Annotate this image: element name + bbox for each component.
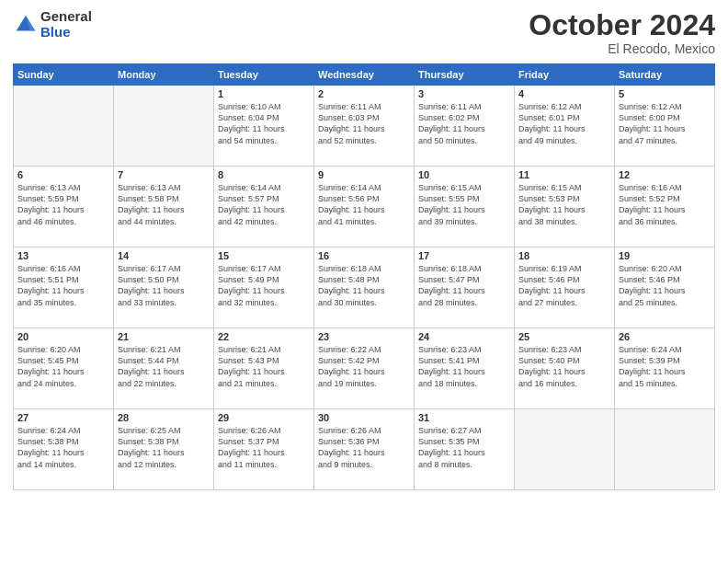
calendar-cell: 22Sunrise: 6:21 AM Sunset: 5:43 PM Dayli…: [214, 328, 314, 409]
day-number: 26: [619, 331, 711, 342]
day-info: Sunrise: 6:20 AM Sunset: 5:46 PM Dayligh…: [619, 263, 711, 308]
calendar-cell: 1Sunrise: 6:10 AM Sunset: 6:04 PM Daylig…: [214, 86, 314, 167]
calendar-week-3: 13Sunrise: 6:16 AM Sunset: 5:51 PM Dayli…: [14, 247, 715, 328]
calendar-cell: [14, 86, 114, 167]
day-number: 21: [118, 331, 210, 342]
day-number: 17: [418, 250, 510, 261]
day-number: 29: [218, 412, 310, 423]
day-number: 1: [218, 88, 310, 99]
day-number: 16: [318, 250, 410, 261]
calendar-cell: 8Sunrise: 6:14 AM Sunset: 5:57 PM Daylig…: [214, 167, 314, 247]
day-number: 7: [118, 169, 210, 180]
day-info: Sunrise: 6:24 AM Sunset: 5:38 PM Dayligh…: [17, 425, 109, 470]
calendar-week-2: 6Sunrise: 6:13 AM Sunset: 5:59 PM Daylig…: [14, 167, 715, 247]
day-info: Sunrise: 6:21 AM Sunset: 5:44 PM Dayligh…: [118, 344, 210, 389]
calendar-cell: [515, 409, 615, 490]
calendar-week-1: 1Sunrise: 6:10 AM Sunset: 6:04 PM Daylig…: [14, 86, 715, 167]
calendar-cell: 15Sunrise: 6:17 AM Sunset: 5:49 PM Dayli…: [214, 247, 314, 328]
calendar-cell: 28Sunrise: 6:25 AM Sunset: 5:38 PM Dayli…: [114, 409, 214, 490]
day-info: Sunrise: 6:24 AM Sunset: 5:39 PM Dayligh…: [619, 344, 711, 389]
day-info: Sunrise: 6:26 AM Sunset: 5:36 PM Dayligh…: [318, 425, 410, 470]
day-number: 10: [418, 169, 510, 180]
day-number: 11: [518, 169, 610, 180]
logo-general-text: General: [40, 9, 92, 25]
calendar-cell: 31Sunrise: 6:27 AM Sunset: 5:35 PM Dayli…: [415, 409, 515, 490]
day-number: 12: [619, 169, 711, 180]
calendar-cell: 26Sunrise: 6:24 AM Sunset: 5:39 PM Dayli…: [615, 328, 715, 409]
day-info: Sunrise: 6:23 AM Sunset: 5:41 PM Dayligh…: [418, 344, 510, 389]
day-info: Sunrise: 6:20 AM Sunset: 5:45 PM Dayligh…: [17, 344, 109, 389]
day-number: 28: [118, 412, 210, 423]
day-number: 9: [318, 169, 410, 180]
calendar-cell: 27Sunrise: 6:24 AM Sunset: 5:38 PM Dayli…: [14, 409, 114, 490]
col-friday: Friday: [515, 64, 615, 86]
day-info: Sunrise: 6:14 AM Sunset: 5:57 PM Dayligh…: [218, 182, 310, 227]
day-info: Sunrise: 6:18 AM Sunset: 5:48 PM Dayligh…: [318, 263, 410, 308]
day-info: Sunrise: 6:12 AM Sunset: 6:00 PM Dayligh…: [619, 101, 711, 146]
day-number: 3: [418, 88, 510, 99]
calendar-week-4: 20Sunrise: 6:20 AM Sunset: 5:45 PM Dayli…: [14, 328, 715, 409]
day-number: 24: [418, 331, 510, 342]
calendar-cell: [615, 409, 715, 490]
header-row: Sunday Monday Tuesday Wednesday Thursday…: [14, 64, 715, 86]
day-info: Sunrise: 6:11 AM Sunset: 6:02 PM Dayligh…: [418, 101, 510, 146]
calendar-cell: 30Sunrise: 6:26 AM Sunset: 5:36 PM Dayli…: [314, 409, 415, 490]
col-saturday: Saturday: [615, 64, 715, 86]
day-info: Sunrise: 6:13 AM Sunset: 5:59 PM Dayligh…: [17, 182, 109, 227]
calendar-cell: 24Sunrise: 6:23 AM Sunset: 5:41 PM Dayli…: [415, 328, 515, 409]
calendar-cell: 16Sunrise: 6:18 AM Sunset: 5:48 PM Dayli…: [314, 247, 415, 328]
calendar-cell: 7Sunrise: 6:13 AM Sunset: 5:58 PM Daylig…: [114, 167, 214, 247]
calendar-table: Sunday Monday Tuesday Wednesday Thursday…: [13, 63, 715, 490]
day-info: Sunrise: 6:22 AM Sunset: 5:42 PM Dayligh…: [318, 344, 410, 389]
day-number: 13: [17, 250, 109, 261]
day-info: Sunrise: 6:17 AM Sunset: 5:49 PM Dayligh…: [218, 263, 310, 308]
calendar-cell: 17Sunrise: 6:18 AM Sunset: 5:47 PM Dayli…: [415, 247, 515, 328]
day-number: 15: [218, 250, 310, 261]
day-info: Sunrise: 6:13 AM Sunset: 5:58 PM Dayligh…: [118, 182, 210, 227]
calendar-cell: 2Sunrise: 6:11 AM Sunset: 6:03 PM Daylig…: [314, 86, 415, 167]
title-block: October 2024 El Recodo, Mexico: [529, 9, 715, 56]
calendar-cell: 13Sunrise: 6:16 AM Sunset: 5:51 PM Dayli…: [14, 247, 114, 328]
day-number: 18: [518, 250, 610, 261]
day-number: 5: [619, 88, 711, 99]
col-monday: Monday: [114, 64, 214, 86]
day-number: 22: [218, 331, 310, 342]
calendar-cell: 20Sunrise: 6:20 AM Sunset: 5:45 PM Dayli…: [14, 328, 114, 409]
calendar-cell: 4Sunrise: 6:12 AM Sunset: 6:01 PM Daylig…: [515, 86, 615, 167]
day-number: 20: [17, 331, 109, 342]
day-info: Sunrise: 6:26 AM Sunset: 5:37 PM Dayligh…: [218, 425, 310, 470]
col-tuesday: Tuesday: [214, 64, 314, 86]
day-info: Sunrise: 6:16 AM Sunset: 5:52 PM Dayligh…: [619, 182, 711, 227]
day-info: Sunrise: 6:12 AM Sunset: 6:01 PM Dayligh…: [518, 101, 610, 146]
day-info: Sunrise: 6:10 AM Sunset: 6:04 PM Dayligh…: [218, 101, 310, 146]
logo-text: General Blue: [40, 9, 92, 40]
calendar-cell: 6Sunrise: 6:13 AM Sunset: 5:59 PM Daylig…: [14, 167, 114, 247]
calendar-body: 1Sunrise: 6:10 AM Sunset: 6:04 PM Daylig…: [14, 86, 715, 490]
calendar-cell: 19Sunrise: 6:20 AM Sunset: 5:46 PM Dayli…: [615, 247, 715, 328]
calendar-cell: 29Sunrise: 6:26 AM Sunset: 5:37 PM Dayli…: [214, 409, 314, 490]
calendar-cell: 5Sunrise: 6:12 AM Sunset: 6:00 PM Daylig…: [615, 86, 715, 167]
calendar-cell: 11Sunrise: 6:15 AM Sunset: 5:53 PM Dayli…: [515, 167, 615, 247]
location: El Recodo, Mexico: [529, 41, 715, 56]
logo: General Blue: [13, 9, 92, 40]
month-title: October 2024: [529, 9, 715, 41]
calendar-cell: 3Sunrise: 6:11 AM Sunset: 6:02 PM Daylig…: [415, 86, 515, 167]
day-number: 14: [118, 250, 210, 261]
day-number: 25: [518, 331, 610, 342]
calendar-cell: 9Sunrise: 6:14 AM Sunset: 5:56 PM Daylig…: [314, 167, 415, 247]
logo-icon: [13, 12, 39, 38]
calendar-cell: 18Sunrise: 6:19 AM Sunset: 5:46 PM Dayli…: [515, 247, 615, 328]
day-info: Sunrise: 6:15 AM Sunset: 5:55 PM Dayligh…: [418, 182, 510, 227]
logo-blue-text: Blue: [40, 25, 92, 40]
col-thursday: Thursday: [415, 64, 515, 86]
day-info: Sunrise: 6:15 AM Sunset: 5:53 PM Dayligh…: [518, 182, 610, 227]
day-info: Sunrise: 6:18 AM Sunset: 5:47 PM Dayligh…: [418, 263, 510, 308]
calendar-cell: 10Sunrise: 6:15 AM Sunset: 5:55 PM Dayli…: [415, 167, 515, 247]
calendar-cell: 23Sunrise: 6:22 AM Sunset: 5:42 PM Dayli…: [314, 328, 415, 409]
calendar-cell: [114, 86, 214, 167]
page: General Blue October 2024 El Recodo, Mex…: [0, 0, 728, 563]
calendar-header: Sunday Monday Tuesday Wednesday Thursday…: [14, 64, 715, 86]
header: General Blue October 2024 El Recodo, Mex…: [13, 9, 715, 56]
day-info: Sunrise: 6:21 AM Sunset: 5:43 PM Dayligh…: [218, 344, 310, 389]
day-number: 30: [318, 412, 410, 423]
